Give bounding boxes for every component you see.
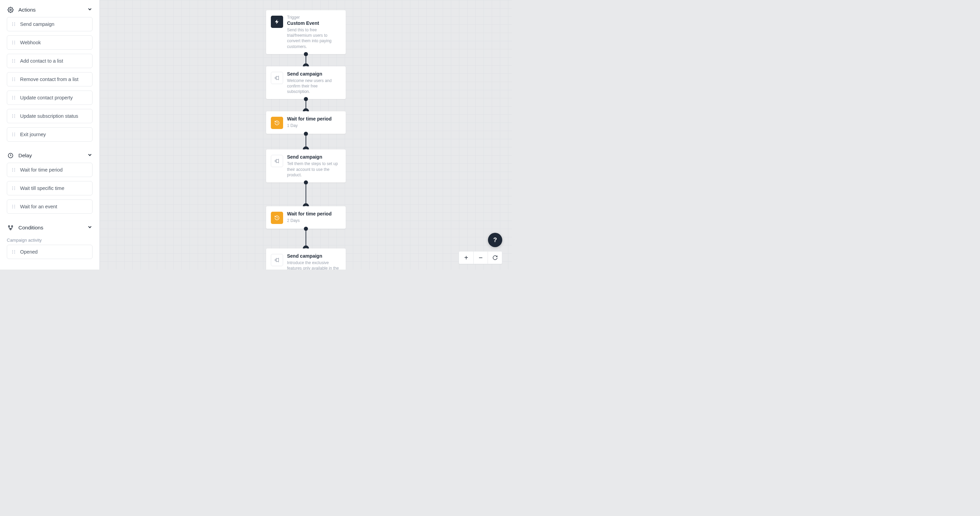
svg-point-44 [12,168,13,169]
node-wait-2-days[interactable]: Wait for time period 2 Days [266,206,346,229]
grip-icon [11,132,16,137]
svg-point-9 [12,42,13,43]
connector [305,99,306,111]
node-wait-1-day[interactable]: Wait for time period 1 Day [266,111,346,134]
svg-point-55 [14,189,15,190]
svg-point-19 [12,78,13,78]
svg-point-62 [8,226,10,227]
node-title: Wait for time period [287,116,341,121]
svg-point-31 [12,115,13,115]
svg-point-69 [12,253,13,253]
node-desc: 1 Day [287,123,341,128]
help-button[interactable]: ? [488,233,502,247]
chevron-down-icon [87,152,92,159]
zoom-out-button[interactable]: − [473,252,488,264]
svg-point-35 [12,117,13,118]
svg-point-37 [12,133,13,134]
svg-point-17 [12,62,13,63]
sidebar-item-label: Remove contact from a list [20,76,79,82]
connector [305,54,306,66]
sidebar-item-exit-journey[interactable]: Exit journey [7,127,92,142]
section-header-conditions[interactable]: Conditions [0,221,99,235]
zoom-in-label: + [464,254,468,262]
sidebar-item-label: Wait for an event [20,204,57,209]
connector-dot [304,227,308,231]
svg-point-12 [14,43,15,44]
svg-point-0 [10,9,11,11]
sidebar: Actions Send campaign Webhook Add contac… [0,0,100,269]
svg-point-67 [12,252,13,252]
grip-icon [11,167,16,172]
sidebar-item-add-contact[interactable]: Add contact to a list [7,54,92,68]
sidebar-item-wait-time-period[interactable]: Wait for time period [7,163,92,177]
svg-point-66 [14,250,15,251]
svg-point-68 [14,252,15,252]
svg-point-4 [14,24,15,24]
node-send-campaign-setup[interactable]: Send campaign Tell them the steps to set… [266,150,346,182]
connector-dot [304,180,308,185]
section-title: Conditions [18,225,87,231]
svg-point-27 [12,97,13,98]
gear-icon [7,6,14,14]
connector-dot [304,52,308,56]
svg-point-57 [14,205,15,205]
svg-point-5 [12,25,13,26]
svg-point-23 [12,80,13,81]
sidebar-item-label: Add contact to a list [20,58,63,64]
sidebar-item-send-campaign[interactable]: Send campaign [7,17,92,31]
svg-point-3 [12,24,13,24]
node-title: Custom Event [287,21,341,26]
grip-icon [11,186,16,191]
canvas[interactable]: Trigger Custom Event Send this to free t… [100,0,512,269]
sidebar-item-remove-contact[interactable]: Remove contact from a list [7,72,92,86]
sidebar-item-update-subscription[interactable]: Update subscription status [7,109,92,123]
zoom-reset-button[interactable] [488,252,502,264]
svg-point-60 [12,208,13,208]
svg-point-42 [14,135,15,136]
connector-dot [304,132,308,136]
sidebar-item-webhook[interactable]: Webhook [7,35,92,50]
svg-point-16 [14,61,15,61]
bolt-icon [271,16,283,28]
svg-point-49 [14,171,15,172]
megaphone-icon [271,254,283,266]
svg-point-52 [12,188,13,189]
node-trigger-custom-event[interactable]: Trigger Custom Event Send this to free t… [266,10,346,54]
section-header-actions[interactable]: Actions [0,3,99,17]
section-title: Actions [18,7,87,13]
node-send-campaign-welcome[interactable]: Send campaign Welcome new users and conf… [266,66,346,99]
sidebar-item-update-property[interactable]: Update contact property [7,91,92,105]
node-title: Wait for time period [287,211,341,217]
node-send-campaign-exclusive[interactable]: Send campaign Introduce the exclusive fe… [266,248,346,269]
svg-point-33 [12,116,13,116]
svg-point-46 [12,169,13,170]
node-desc: Send this to free trial/freemium users t… [287,27,341,49]
grip-icon [11,250,16,254]
sidebar-item-opened[interactable]: Opened [7,245,92,259]
svg-point-50 [12,186,13,187]
svg-point-22 [14,79,15,80]
svg-point-51 [14,186,15,187]
sidebar-item-label: Update contact property [20,95,73,100]
svg-point-10 [14,42,15,43]
svg-point-30 [14,99,15,99]
svg-point-7 [12,41,13,41]
svg-point-8 [14,41,15,41]
sidebar-item-label: Exit journey [20,132,46,137]
svg-point-15 [12,61,13,61]
svg-point-34 [14,116,15,116]
svg-point-63 [11,226,13,227]
svg-point-28 [14,97,15,98]
zoom-in-button[interactable]: + [459,252,473,264]
sidebar-item-wait-specific-time[interactable]: Wait till specific time [7,181,92,195]
sidebar-item-label: Update subscription status [20,113,78,119]
grip-icon [11,95,16,100]
svg-point-25 [12,96,13,97]
section-header-delay[interactable]: Delay [0,148,99,163]
node-desc: Welcome new users and confirm their free… [287,78,341,95]
sidebar-item-wait-event[interactable]: Wait for an event [7,199,92,214]
svg-point-61 [14,208,15,208]
svg-point-20 [14,78,15,78]
delay-list: Wait for time period Wait till specific … [0,163,99,221]
grip-icon [11,204,16,209]
